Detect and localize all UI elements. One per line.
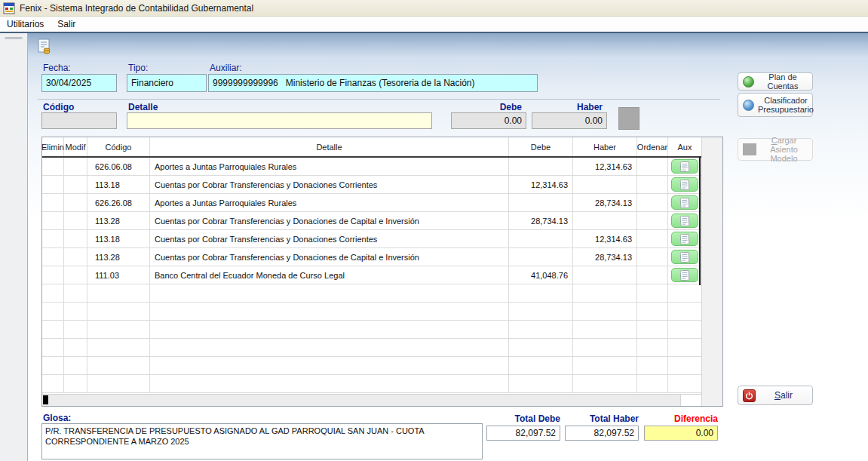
cell-ordenar[interactable] [637,158,668,175]
cell-modif[interactable] [64,339,87,356]
cell-elimin[interactable] [42,176,64,193]
aux-detail-button[interactable] [671,159,698,174]
cell-elimin[interactable] [42,212,64,229]
cell-codigo: 113.18 [87,176,150,193]
aux-detail-button[interactable] [671,268,698,282]
table-row[interactable] [42,303,701,321]
cargar-asiento-modelo-button[interactable]: Cargar Asiento Modelo [738,138,813,161]
cell-elimin[interactable] [42,303,64,320]
clasificador-presupuestario-button[interactable]: Clasificador Presupuestario [738,93,813,117]
hscroll-thumb[interactable] [43,395,48,404]
cell-elimin[interactable] [42,284,64,302]
cell-elimin[interactable] [42,321,64,338]
entries-table: Elimin Modif Código Detalle Debe Haber O… [41,137,723,407]
menu-salir[interactable]: Salir [51,17,82,31]
table-horizontal-scrollbar[interactable] [42,394,701,406]
table-row[interactable] [42,339,701,357]
col-modif[interactable]: Modif [64,137,87,156]
tipo-input[interactable] [127,74,207,92]
table-row[interactable]: 626.26.08Aportes a Juntas Parroquiales R… [42,194,701,212]
cell-modif[interactable] [64,266,87,284]
codigo-input[interactable] [41,112,117,129]
table-vertical-scrollbar[interactable] [701,137,722,406]
cell-debe [509,158,573,175]
new-journal-entry-icon[interactable] [35,38,54,56]
table-row[interactable]: 113.18Cuentas por Cobrar Transferencias … [42,176,701,194]
col-ordenar[interactable]: Ordenar [637,137,668,156]
auxiliar-input[interactable] [208,74,538,92]
cell-modif[interactable] [64,230,87,247]
cell-ordenar[interactable] [637,230,668,247]
cell-elimin[interactable] [42,194,64,211]
col-codigo[interactable]: Código [87,137,150,156]
table-row[interactable]: 113.28Cuentas por Cobrar Transferencias … [42,248,701,266]
cell-ordenar[interactable] [637,357,668,374]
cell-ordenar[interactable] [637,212,668,229]
cell-elimin[interactable] [42,266,64,284]
cell-modif[interactable] [64,248,87,266]
cell-ordenar[interactable] [637,339,668,356]
aux-detail-button[interactable] [671,195,698,210]
cell-ordenar[interactable] [637,248,668,266]
menubar: Utilitarios Salir [0,17,868,32]
form-divider [38,99,720,100]
haber-input[interactable] [532,112,607,129]
aux-detail-button[interactable] [671,232,698,246]
cell-elimin[interactable] [42,339,64,356]
col-haber[interactable]: Haber [573,137,637,156]
cell-modif[interactable] [64,284,87,302]
cell-elimin[interactable] [42,230,64,247]
cell-ordenar[interactable] [637,284,668,302]
cell-modif[interactable] [64,194,87,211]
table-row[interactable] [42,284,701,303]
cell-modif[interactable] [64,321,87,338]
table-row[interactable] [42,357,701,375]
panel-grip-handle[interactable] [5,37,23,39]
cell-detalle: Aportes a Juntas Parroquiales Rurales [150,194,509,211]
power-icon [743,389,756,402]
cell-modif[interactable] [64,375,87,392]
cell-elimin[interactable] [42,248,64,266]
detalle-input[interactable] [127,112,432,129]
fecha-input[interactable] [41,74,117,92]
cell-modif[interactable] [64,212,87,229]
aux-detail-button[interactable] [671,250,698,264]
left-collapsed-panel[interactable] [0,33,28,461]
cell-modif[interactable] [64,357,87,374]
table-row[interactable]: 111.03Banco Central del Ecuador Moneda d… [42,266,701,284]
table-row[interactable]: 113.28Cuentas por Cobrar Transferencias … [42,212,701,230]
debe-input[interactable] [451,112,526,129]
cell-ordenar[interactable] [637,303,668,320]
grid-selection-edge [699,157,701,285]
hscroll-track[interactable] [42,395,680,406]
glosa-textarea[interactable] [41,423,483,459]
plan-de-cuentas-button[interactable]: Plan de Cuentas [738,72,813,91]
detalle-label: Detalle [128,102,158,112]
cell-ordenar[interactable] [637,375,668,392]
cell-modif[interactable] [64,303,87,320]
cell-ordenar[interactable] [637,194,668,211]
aux-detail-button[interactable] [671,177,698,192]
cell-ordenar[interactable] [637,321,668,338]
table-row[interactable]: 626.06.08Aportes a Juntas Parroquiales R… [42,158,701,176]
cell-elimin[interactable] [42,357,64,374]
cell-haber: 28,734.13 [573,248,637,266]
table-row[interactable] [42,375,701,393]
col-aux[interactable]: Aux [668,137,701,156]
col-debe[interactable]: Debe [509,137,573,156]
add-entry-square-button[interactable] [618,107,639,130]
cell-elimin[interactable] [42,158,64,175]
cell-modif[interactable] [64,176,87,193]
table-row[interactable]: 113.18Cuentas por Cobrar Transferencias … [42,230,701,248]
col-elimin[interactable]: Elimin [42,137,64,156]
salir-button[interactable]: Salir [738,386,813,405]
aux-detail-button[interactable] [671,214,698,228]
cell-elimin[interactable] [42,375,64,392]
cell-modif[interactable] [64,158,87,175]
cell-ordenar[interactable] [637,176,668,193]
col-detalle[interactable]: Detalle [150,137,509,156]
table-row[interactable] [42,321,701,339]
cell-debe [509,248,573,266]
cell-ordenar[interactable] [637,266,668,284]
menu-utilitarios[interactable]: Utilitarios [0,17,51,31]
